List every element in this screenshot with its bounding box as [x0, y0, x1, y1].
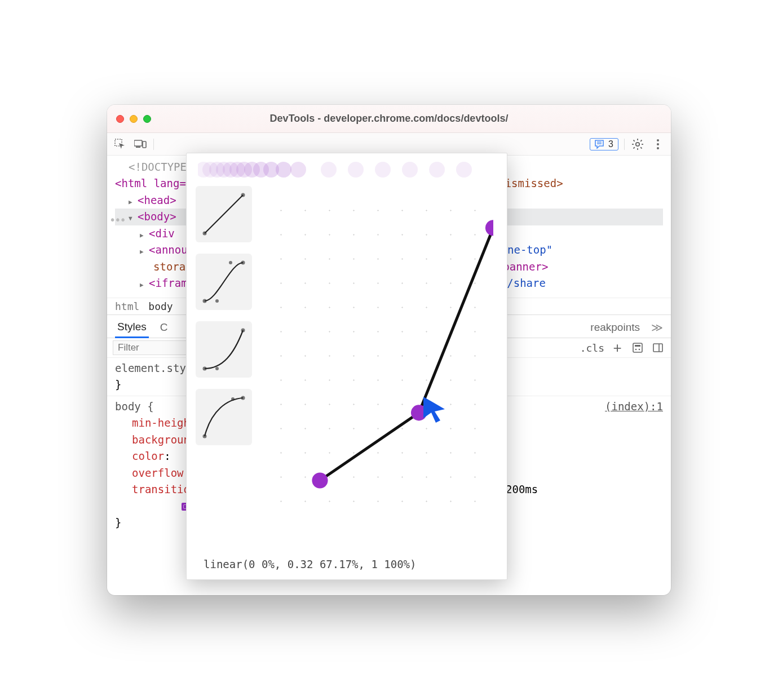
filter-input[interactable] — [113, 340, 192, 355]
gear-icon[interactable] — [630, 137, 645, 152]
svg-point-21 — [639, 349, 640, 351]
svg-line-12 — [640, 147, 642, 148]
svg-line-13 — [634, 147, 635, 148]
crumb-body[interactable]: body — [148, 300, 173, 312]
control-point-end[interactable] — [485, 220, 493, 236]
titlebar: DevTools - developer.chrome.com/docs/dev… — [107, 105, 671, 133]
issues-badge[interactable]: 3 — [590, 138, 618, 150]
collapse-icon[interactable] — [129, 209, 135, 225]
div-tag[interactable]: <div — [149, 227, 175, 240]
svg-point-38 — [375, 162, 391, 178]
svg-line-14 — [640, 140, 642, 141]
svg-point-41 — [456, 162, 472, 178]
svg-rect-22 — [653, 344, 662, 352]
easing-presets — [196, 183, 254, 553]
svg-line-11 — [634, 140, 635, 141]
prop-overflow[interactable]: overflow — [132, 467, 184, 479]
svg-point-39 — [402, 162, 418, 178]
svg-rect-2 — [136, 147, 140, 148]
minimize-window-button[interactable] — [130, 115, 138, 123]
crumb-html[interactable]: html — [115, 300, 139, 312]
expand-icon[interactable] — [140, 242, 147, 258]
more-tabs-icon[interactable]: ≫ — [651, 321, 663, 334]
svg-point-47 — [229, 261, 232, 264]
zoom-window-button[interactable] — [143, 115, 151, 123]
easing-curve-canvas[interactable] — [262, 183, 498, 553]
svg-point-17 — [657, 147, 659, 149]
svg-point-40 — [429, 162, 445, 178]
svg-point-46 — [215, 299, 219, 303]
cls-toggle[interactable]: .cls — [580, 342, 604, 354]
svg-rect-19 — [635, 345, 640, 347]
svg-rect-18 — [633, 343, 642, 352]
toggle-sidebar-icon[interactable] — [651, 340, 665, 355]
svg-point-50 — [215, 367, 219, 370]
toolbar-right: 3 — [590, 137, 665, 152]
body-selector[interactable]: body { — [115, 400, 154, 413]
head-tag[interactable]: <head> — [138, 194, 176, 206]
tab-styles[interactable]: Styles — [115, 317, 149, 338]
divider — [153, 139, 154, 150]
prop-color[interactable]: color — [132, 450, 164, 462]
kebab-menu-icon[interactable] — [651, 137, 665, 152]
easing-curve[interactable] — [267, 194, 493, 511]
svg-rect-1 — [134, 140, 142, 146]
traffic-lights — [116, 115, 151, 123]
expand-icon[interactable] — [129, 192, 135, 209]
cursor-icon — [421, 396, 448, 423]
expand-icon[interactable] — [140, 225, 147, 242]
tab-computed[interactable]: C — [158, 318, 170, 337]
toolbar-left — [113, 137, 154, 152]
svg-point-20 — [635, 349, 637, 351]
svg-point-36 — [321, 162, 337, 178]
svg-point-6 — [636, 142, 639, 145]
easing-preview-track — [196, 160, 498, 183]
expand-icon[interactable] — [140, 275, 147, 291]
device-toolbar-icon[interactable] — [133, 137, 148, 152]
svg-point-16 — [657, 143, 659, 145]
ellipsis-icon: ••• — [109, 212, 125, 228]
svg-point-37 — [348, 162, 364, 178]
body-tag[interactable]: <body> — [138, 210, 176, 223]
source-link[interactable]: (index):1 — [605, 398, 663, 415]
svg-point-34 — [276, 162, 291, 178]
issues-count: 3 — [608, 139, 613, 149]
tab-dom-breakpoints[interactable]: reakpoints — [588, 318, 642, 337]
computed-styles-icon[interactable] — [630, 340, 645, 355]
divider — [624, 139, 625, 150]
preset-ease-in-out[interactable] — [196, 254, 252, 310]
new-style-rule-icon[interactable]: + — [610, 340, 625, 355]
preset-ease-out[interactable] — [196, 389, 252, 445]
easing-editor-popover[interactable]: linear(0 0%, 0.32 67.17%, 1 100%) — [186, 153, 507, 580]
inspect-element-icon[interactable] — [113, 137, 127, 152]
preset-ease-in[interactable] — [196, 321, 252, 378]
devtools-toolbar: 3 — [107, 133, 671, 156]
close-window-button[interactable] — [116, 115, 124, 123]
svg-rect-3 — [143, 141, 146, 148]
easing-editor-body — [196, 183, 498, 553]
svg-point-15 — [657, 139, 659, 141]
control-point-start[interactable] — [312, 472, 328, 488]
window-title: DevTools - developer.chrome.com/docs/dev… — [107, 113, 671, 125]
preset-linear[interactable] — [196, 186, 252, 242]
devtools-window: DevTools - developer.chrome.com/docs/dev… — [107, 105, 671, 595]
easing-readout: linear(0 0%, 0.32 67.17%, 1 100%) — [196, 553, 498, 570]
html-tag[interactable]: <html lang= — [115, 177, 186, 189]
svg-point-35 — [290, 162, 306, 178]
